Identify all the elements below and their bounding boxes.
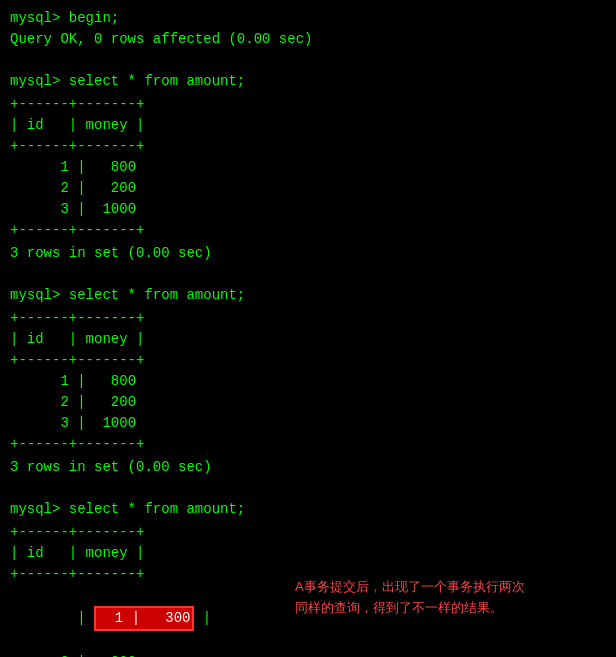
table1-border-top: +------+-------+: [10, 94, 606, 115]
table2-row3: 3 | 1000: [10, 413, 606, 434]
table1: +------+-------+ | id | money | +------+…: [10, 94, 606, 241]
table2-border-bot: +------+-------+: [10, 434, 606, 455]
table1-header: | id | money |: [10, 115, 606, 136]
table3-header: | id | money |: [10, 543, 606, 564]
table1-row3: 3 | 1000: [10, 199, 606, 220]
table2-row1: 1 | 800: [10, 371, 606, 392]
terminal: mysql> begin; Query OK, 0 rows affected …: [10, 8, 606, 657]
table2-row2: 2 | 200: [10, 392, 606, 413]
table2: +------+-------+ | id | money | +------+…: [10, 308, 606, 455]
rows-result2: 3 rows in set (0.00 sec): [10, 457, 606, 478]
table3-border-top: +------+-------+: [10, 522, 606, 543]
table2-header: | id | money |: [10, 329, 606, 350]
blank2: [10, 264, 606, 285]
table1-row1: 1 | 800: [10, 157, 606, 178]
select1-command: mysql> select * from amount;: [10, 71, 606, 92]
table2-border-top: +------+-------+: [10, 308, 606, 329]
blank1: [10, 50, 606, 71]
select3-command: mysql> select * from amount;: [10, 499, 606, 520]
table1-border-bot: +------+-------+: [10, 220, 606, 241]
begin-result: Query OK, 0 rows affected (0.00 sec): [10, 29, 606, 50]
rows-result1: 3 rows in set (0.00 sec): [10, 243, 606, 264]
table3-row1-container: | 1 | 300 | A事务提交后，出现了一个事务执行两次 同样的查询，得到了…: [10, 585, 606, 652]
table2-border-mid: +------+-------+: [10, 350, 606, 371]
begin-command: mysql> begin;: [10, 8, 606, 29]
annotation: A事务提交后，出现了一个事务执行两次 同样的查询，得到了不一样的结果。: [295, 577, 605, 619]
table1-border-mid: +------+-------+: [10, 136, 606, 157]
select2-command: mysql> select * from amount;: [10, 285, 606, 306]
table3: +------+-------+ | id | money | +------+…: [10, 522, 606, 657]
table3-row1-highlighted: | 1 | 300 |: [10, 585, 211, 652]
blank3: [10, 478, 606, 499]
table1-row2: 2 | 200: [10, 178, 606, 199]
table3-row2: 2 | 200: [10, 652, 606, 657]
